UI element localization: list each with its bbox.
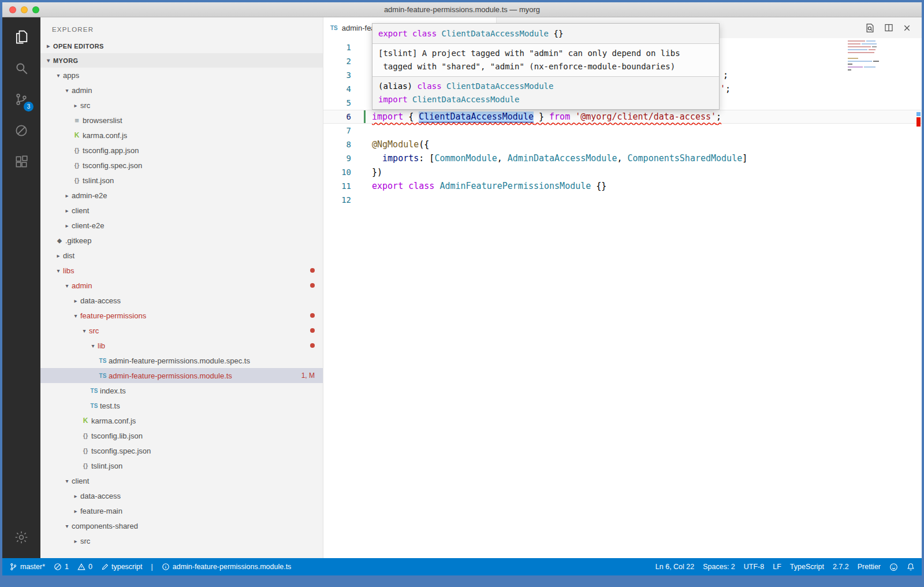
code-token: })	[372, 167, 382, 177]
code-token	[570, 112, 575, 122]
tree-file-karma.conf.js[interactable]: Kkarma.conf.js	[40, 128, 323, 143]
minimap[interactable]	[848, 40, 888, 72]
tree-folder-components-shared[interactable]: ▾components-shared	[40, 518, 323, 533]
tree-folder-admin[interactable]: ▾admin	[40, 83, 323, 98]
notifications[interactable]	[907, 563, 915, 571]
activity-source-control-icon[interactable]: 3	[6, 86, 36, 113]
code-token: class	[412, 29, 437, 38]
tree-file-.gitkeep[interactable]: ◆.gitkeep	[40, 233, 323, 248]
code-token: ;	[725, 84, 731, 94]
tree-folder-client[interactable]: ▾client	[40, 473, 323, 488]
git-branch-status-label: master*	[20, 563, 45, 571]
tree-folder-libs[interactable]: ▾libs	[40, 263, 323, 278]
code-token: @NgModule	[372, 139, 419, 150]
typescript-version[interactable]: 2.7.2	[833, 563, 849, 571]
tree-item-label: components-shared	[72, 522, 138, 530]
code-line-9[interactable]: 9 imports: [CommonModule, AdminDataAcces…	[323, 151, 922, 165]
code-token: ComponentsSharedModule	[628, 153, 743, 164]
tree-folder-src[interactable]: ▾src	[40, 323, 323, 338]
code-token: ClientDataAccessModule	[442, 29, 549, 38]
code-area[interactable]: 123;4';56import { ClientDataAccessModule…	[323, 38, 922, 558]
indentation[interactable]: Spaces: 2	[703, 563, 735, 571]
tree-file-tsconfig.spec.json[interactable]: {}tsconfig.spec.json	[40, 443, 323, 458]
activity-debug-icon[interactable]	[6, 117, 36, 144]
tree-folder-lib[interactable]: ▾lib	[40, 338, 323, 353]
tslint-status[interactable]: typescript	[101, 563, 143, 571]
tree-folder-src[interactable]: ▸src	[40, 533, 323, 548]
tree-file-admin-feature-permissions.module.ts[interactable]: TSadmin-feature-permissions.module.ts1, …	[40, 368, 323, 383]
code-line-8[interactable]: 8@NgModule({	[323, 138, 922, 151]
activity-search-icon[interactable]	[6, 54, 36, 82]
tree-folder-feature-permissions[interactable]: ▾feature-permissions	[40, 308, 323, 323]
karma-file-icon: K	[80, 417, 91, 425]
tree-folder-data-access[interactable]: ▸data-access	[40, 293, 323, 308]
tree-folder-client[interactable]: ▸client	[40, 203, 323, 218]
tree-folder-admin[interactable]: ▾admin	[40, 278, 323, 293]
tree-folder-admin-e2e[interactable]: ▸admin-e2e	[40, 188, 323, 203]
prettier-status-label: Prettier	[858, 563, 881, 571]
code-token: ,	[497, 153, 508, 164]
tree-file-tslint.json[interactable]: {}tslint.json	[40, 458, 323, 473]
tree-file-tsconfig.app.json[interactable]: {}tsconfig.app.json	[40, 143, 323, 158]
open-changes-icon[interactable]	[865, 23, 875, 33]
tree-file-admin-feature-permissions.module.spec.ts[interactable]: TSadmin-feature-permissions.module.spec.…	[40, 353, 323, 368]
minimize-window-button[interactable]	[21, 6, 28, 13]
tree-folder-dist[interactable]: ▸dist	[40, 248, 323, 263]
open-editors-header[interactable]: ▸ OPEN EDITORS	[40, 39, 323, 53]
git-branch-status[interactable]: master*	[9, 563, 45, 571]
modified-dot-icon	[310, 283, 315, 288]
tree-folder-data-access[interactable]: ▸data-access	[40, 488, 323, 503]
error-count[interactable]: 1	[54, 563, 69, 571]
activity-extensions-icon[interactable]	[6, 148, 36, 176]
tree-item-label: karma.conf.js	[91, 417, 136, 425]
ruler-marker	[916, 112, 921, 116]
minimap-row	[848, 58, 888, 59]
eol[interactable]: LF	[773, 563, 781, 571]
minimap-row	[848, 64, 888, 65]
line-number: 8	[323, 138, 351, 151]
tree-folder-feature-main[interactable]: ▸feature-main	[40, 503, 323, 518]
code-token: {}	[549, 29, 563, 38]
close-editor-icon[interactable]	[903, 24, 911, 32]
tree-file-browserslist[interactable]: ≡browserslist	[40, 113, 323, 128]
lint-message-line: [tslint] A project tagged with "admin" c…	[378, 47, 713, 60]
code-line-10[interactable]: 10})	[323, 165, 922, 179]
split-editor-icon[interactable]	[884, 23, 893, 32]
code-token: '@myorg/client/data-access'	[575, 112, 716, 122]
list-file-icon: ≡	[71, 116, 83, 125]
tree-file-index.ts[interactable]: TSindex.ts	[40, 383, 323, 398]
tree-folder-apps[interactable]: ▾apps	[40, 68, 323, 83]
encoding[interactable]: UTF-8	[744, 563, 764, 571]
warning-count[interactable]: 0	[77, 563, 92, 571]
prettier-status[interactable]: Prettier	[858, 563, 881, 571]
json-file-icon: {}	[80, 462, 91, 469]
code-line-7[interactable]: 7	[323, 124, 922, 138]
tree-item-label: karma.conf.js	[83, 131, 127, 140]
zoom-window-button[interactable]	[32, 6, 39, 13]
code-line-12[interactable]: 12	[323, 193, 922, 207]
code-line-6[interactable]: 6import { ClientDataAccessModule } from …	[323, 110, 922, 124]
chevron-right-icon: ▸	[71, 493, 80, 499]
tree-file-tsconfig.lib.json[interactable]: {}tsconfig.lib.json	[40, 428, 323, 443]
feedback[interactable]	[889, 563, 898, 571]
linted-file-status[interactable]: admin-feature-permissions.module.ts	[162, 563, 292, 571]
code-line-content: imports: [CommonModule, AdminDataAccessM…	[372, 151, 747, 165]
cursor-position[interactable]: Ln 6, Col 22	[655, 563, 694, 571]
tree-file-test.ts[interactable]: TStest.ts	[40, 398, 323, 413]
tree-folder-client-e2e[interactable]: ▸client-e2e	[40, 218, 323, 233]
language-mode[interactable]: TypeScript	[790, 563, 824, 571]
workspace-header[interactable]: ▾ MYORG	[40, 53, 323, 68]
code-line-11[interactable]: 11export class AdminFeaturePermissionsMo…	[323, 179, 922, 193]
tree-folder-src[interactable]: ▸src	[40, 98, 323, 113]
minimap-segment	[862, 43, 877, 44]
chevron-down-icon: ▾	[88, 343, 98, 349]
activity-settings-gear-icon[interactable]	[6, 523, 36, 551]
tree-file-tslint.json[interactable]: {}tslint.json	[40, 173, 323, 188]
close-window-button[interactable]	[9, 6, 16, 13]
pencil-icon	[101, 563, 109, 571]
tree-file-karma.conf.js[interactable]: Kkarma.conf.js	[40, 413, 323, 428]
tree-file-tsconfig.spec.json[interactable]: {}tsconfig.spec.json	[40, 158, 323, 173]
symbol-link[interactable]: ClientDataAccessModule	[419, 112, 534, 122]
activity-explorer-icon[interactable]	[6, 23, 36, 51]
chevron-right-icon: ▸	[71, 102, 80, 109]
